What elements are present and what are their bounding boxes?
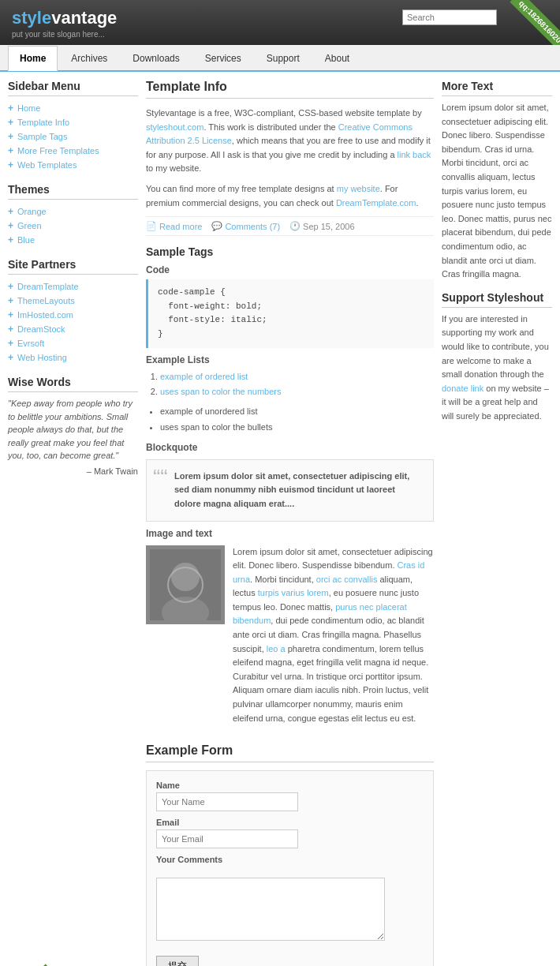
page-wrapper: stylevantage put your site slogan here..… [0, 0, 560, 966]
comments-meta[interactable]: 💬 Comments (7) [211, 221, 280, 231]
content-wrapper: Sidebar Menu + Home + Template Info + Sa… [0, 72, 560, 966]
wise-title: Wise Words [8, 376, 138, 392]
sidebar-link-evrsoft[interactable]: Evrsoft [17, 339, 44, 348]
sidebar-link-webhosting[interactable]: Web Hosting [17, 353, 67, 362]
sidebar-item-web-templates[interactable]: + Web Templates [8, 158, 138, 172]
email-input[interactable] [156, 829, 298, 848]
sidebar-item-template-info[interactable]: + Template Info [8, 115, 138, 129]
sidebar-item-imhosted[interactable]: + ImHosted.com [8, 308, 138, 322]
nav-item-support[interactable]: Support [255, 46, 312, 70]
sidebar-item-dreamtemplate[interactable]: + DreamTemplate [8, 279, 138, 294]
blockquote-text: Lorem ipsum dolor sit amet, consectetuer… [174, 470, 424, 511]
sidebar-item-evrsoft[interactable]: + Evrsoft [8, 336, 138, 350]
comments-link[interactable]: Comments (7) [225, 222, 280, 231]
more-text: Lorem ipsum dolor sit amet, consectetuer… [442, 101, 552, 282]
blockquote-title: Blockquote [146, 442, 434, 453]
name-label: Name [156, 781, 424, 790]
nav-item-downloads[interactable]: Downloads [121, 46, 191, 70]
date-meta: 🕐 Sep 15, 2006 [289, 221, 354, 231]
plus-icon: + [8, 234, 13, 245]
plus-icon: + [8, 338, 13, 349]
plus-icon: + [8, 145, 13, 156]
header: stylevantage put your site slogan here..… [0, 0, 560, 45]
email-label: Email [156, 818, 424, 827]
link-back[interactable]: link back [398, 150, 431, 159]
qq-badge: qq:1826816020 [510, 0, 560, 45]
search-box [402, 9, 497, 25]
post-date: Sep 15, 2006 [303, 222, 354, 231]
sidebar-link-green[interactable]: Green [17, 221, 42, 230]
nav: Home Archives Downloads Services Support… [0, 45, 560, 72]
sidebar-item-dreamstock[interactable]: + DreamStock [8, 322, 138, 336]
image-svg [150, 549, 221, 620]
name-input[interactable] [156, 792, 298, 811]
sidebar-item-green[interactable]: + Green [8, 219, 138, 233]
donate-link[interactable]: donate link [442, 384, 483, 393]
sidebar-link-dreamtemplate[interactable]: DreamTemplate [17, 282, 79, 291]
template-more: You can find more of my free template de… [146, 182, 434, 210]
support-text: If you are interested in supporting my w… [442, 313, 552, 424]
sidebar-link-more-free-templates[interactable]: More Free Templates [17, 146, 99, 155]
nav-item-about[interactable]: About [313, 46, 361, 70]
plus-icon: + [8, 309, 13, 320]
partners-title: Site Partners [8, 258, 138, 275]
bibendum-link[interactable]: bibendum [233, 616, 271, 625]
image-text-body: Lorem ipsum dolor sit amet, consectetuer… [233, 545, 434, 726]
clock-icon: 🕐 [289, 221, 301, 231]
wise-quote: "Keep away from people who try to belitt… [8, 397, 138, 462]
nav-item-home[interactable]: Home [8, 46, 58, 71]
logo-vantage: vantage [51, 8, 117, 28]
sidebar-item-orange[interactable]: + Orange [8, 204, 138, 219]
sidebar-link-template-info[interactable]: Template Info [17, 118, 69, 127]
wise-author: – Mark Twain [8, 466, 138, 476]
image-text-title: Image and text [146, 528, 434, 539]
list-item: example of unordered list [160, 404, 434, 420]
sidebar-item-blue[interactable]: + Blue [8, 233, 138, 247]
submit-button[interactable]: 提交 [156, 956, 199, 966]
read-more-meta[interactable]: 📄 Read more [146, 221, 202, 231]
sidebar-menu-title: Sidebar Menu [8, 80, 138, 96]
form-group-name: Name [156, 781, 424, 811]
plus-icon: + [8, 159, 13, 170]
main-content: Template Info Stylevantage is a free, W3… [146, 80, 434, 966]
qq-ribbon-wrapper: qq:1826816020 [493, 0, 560, 45]
my-website-link[interactable]: my website [337, 184, 380, 193]
styleshout-link[interactable]: styleshout.com [146, 122, 203, 132]
sidebar-item-themelayouts[interactable]: + ThemeLayouts [8, 294, 138, 308]
sidebar-link-web-templates[interactable]: Web Templates [17, 160, 77, 170]
sidebar-link-orange[interactable]: Orange [17, 207, 47, 216]
plus-icon: + [8, 281, 13, 292]
orci-link[interactable]: orci ac convallis [316, 575, 378, 584]
comments-textarea[interactable] [156, 878, 385, 941]
ordered-item-link-2[interactable]: uses span to color the numbers [160, 387, 281, 396]
sidebar-item-more-free-templates[interactable]: + More Free Templates [8, 144, 138, 158]
sidebar-link-sample-tags[interactable]: Sample Tags [17, 132, 67, 141]
sidebar-link-imhosted[interactable]: ImHosted.com [17, 310, 73, 320]
sidebar-link-themelayouts[interactable]: ThemeLayouts [17, 296, 75, 305]
ordered-item-link-1[interactable]: example of ordered list [160, 372, 248, 381]
sidebar-item-webhosting[interactable]: + Web Hosting [8, 350, 138, 365]
turpis-link[interactable]: turpis varius lorem [258, 588, 329, 597]
plus-icon: + [8, 220, 13, 231]
sidebar-item-home[interactable]: + Home [8, 101, 138, 115]
read-more-link[interactable]: Read more [159, 222, 202, 231]
leo-link[interactable]: leo a [267, 644, 286, 653]
sidebar-link-home[interactable]: Home [17, 103, 40, 113]
sidebar-link-dreamstock[interactable]: DreamStock [17, 324, 65, 334]
purus-link[interactable]: purus nec placerat [335, 602, 407, 612]
right-sidebar: More Text Lorem ipsum dolor sit amet, co… [442, 80, 552, 966]
code-block: code-sample { font-weight: bold; font-st… [146, 279, 434, 347]
dreamtemplate-link[interactable]: DreamTemplate.com [336, 198, 416, 208]
logo-text: stylevantage [12, 8, 117, 28]
search-input[interactable] [402, 9, 497, 25]
plus-icon: + [8, 295, 13, 306]
example-lists-title: Example Lists [146, 354, 434, 365]
nav-item-archives[interactable]: Archives [59, 46, 119, 70]
nav-item-services[interactable]: Services [193, 46, 253, 70]
list-item: uses span to color the numbers [160, 384, 434, 400]
image-text-section: Lorem ipsum dolor sit amet, consectetuer… [146, 545, 434, 732]
unordered-list: example of unordered list uses span to c… [160, 404, 434, 436]
plus-icon: + [8, 324, 13, 335]
sidebar-item-sample-tags[interactable]: + Sample Tags [8, 129, 138, 144]
sidebar-link-blue[interactable]: Blue [17, 235, 35, 245]
